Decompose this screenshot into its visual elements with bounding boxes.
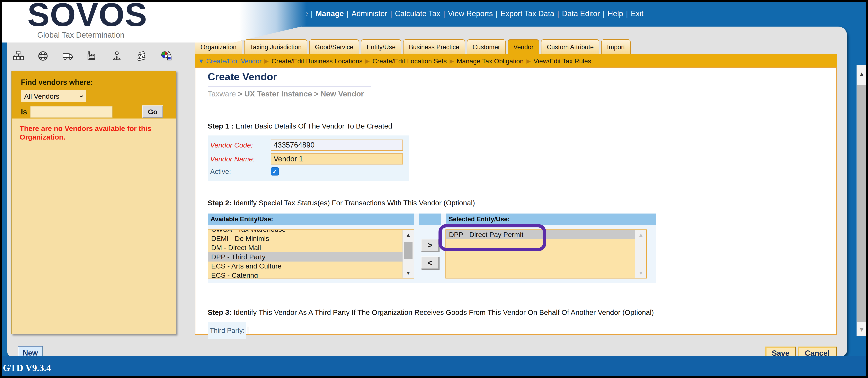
entity-use-lists: CWSA - Tax WarehouseDEMI - De MinimisDM … <box>208 230 656 278</box>
is-row: Is Go <box>21 106 167 118</box>
selected-list-scrollbar[interactable]: ▲ ▼ <box>635 230 646 278</box>
nav-item-exit[interactable]: Exit <box>631 9 644 18</box>
vendor-search-panel: Find vendors where: All Vendors › Is Go … <box>11 71 176 334</box>
find-vendors-label: Find vendors where: <box>21 78 167 87</box>
nav-item-data-editor[interactable]: Data Editor <box>562 9 600 18</box>
scroll-up-icon[interactable]: ▲ <box>636 232 646 238</box>
nav-separator: | <box>496 9 498 18</box>
step3-text: Identify This Vendor As A Third Party If… <box>234 308 654 316</box>
step2-label: Step 2: <box>208 199 231 207</box>
tab-business-practice[interactable]: Business Practice <box>403 39 465 55</box>
step1-label: Step 1 : <box>208 122 234 130</box>
active-checkbox[interactable]: ✓ <box>271 167 279 175</box>
status-bar: GTD V9.3.4 <box>2 356 866 376</box>
vendor-code-field[interactable] <box>271 140 403 150</box>
wizard-arrow-icon: ▶ <box>265 58 269 64</box>
factory-icon[interactable] <box>87 50 98 62</box>
wizard-step-create-edit-vendor[interactable]: Create/Edit Vendor <box>206 58 261 65</box>
logo-tagline: Global Tax Determination <box>37 31 124 39</box>
scrollbar-thumb[interactable] <box>404 242 412 259</box>
nav-item-administer[interactable]: Administer <box>351 9 388 18</box>
cash-register-icon[interactable] <box>136 50 147 62</box>
create-vendor-form: Create Vendor Taxware>UX Tester Instance… <box>195 67 837 335</box>
wizard-arrow-icon: ▶ <box>526 58 531 64</box>
tab-vendor[interactable]: Vendor <box>508 39 539 55</box>
selected-entity-use-list[interactable]: DPP - Direct Pay Permit ▲ ▼ <box>445 230 647 278</box>
person-icon[interactable] <box>111 50 123 62</box>
nav-separator: | <box>557 9 559 18</box>
breadcrumb-segment-ux-tester-instance[interactable]: UX Tester Instance <box>244 90 312 98</box>
vendor-filter-dropdown[interactable]: All Vendors › <box>21 90 86 102</box>
entity-use-option-dm-direct-mail[interactable]: DM - Direct Mail <box>208 243 405 252</box>
move-right-button[interactable]: > <box>421 239 439 251</box>
globe-icon[interactable] <box>37 50 49 62</box>
entity-use-option-dpp-third-party[interactable]: DPP - Third Party <box>208 252 405 262</box>
nav-item-view-reports[interactable]: View Reports <box>448 9 493 18</box>
tab-taxing-jurisdiction[interactable]: Taxing Jurisdiction <box>244 39 307 55</box>
nav-item-calculate-tax[interactable]: Calculate Tax <box>395 9 440 18</box>
nav-separator: | <box>311 9 313 18</box>
entity-use-option-ecs-arts-and-culture[interactable]: ECS - Arts and Culture <box>208 262 405 271</box>
step1-box: Vendor Code: Vendor Name: Active: ✓ <box>208 135 409 181</box>
nav-separator: | <box>347 9 349 18</box>
wizard-step-create-edit-location-sets[interactable]: Create/Edit Location Sets <box>372 58 447 65</box>
scroll-up-icon[interactable]: ▲ <box>403 232 414 238</box>
vendor-code-label: Vendor Code: <box>210 141 271 149</box>
wizard-step-create-edit-business-locations[interactable]: Create/Edit Business Locations <box>272 58 363 65</box>
tab-customer[interactable]: Customer <box>467 39 506 55</box>
wizard-caret-icon: ▼ <box>198 58 204 65</box>
nav-item-manage[interactable]: Manage <box>315 9 344 18</box>
custom-attribute-icon[interactable] <box>160 50 172 62</box>
step3-heading: Step 3:Identify This Vendor As A Third P… <box>208 308 836 316</box>
step2-heading: Step 2:Identify Special Tax Status(es) F… <box>208 199 836 207</box>
top-nav-links: Home|Manage|Administer|Calculate Tax|Vie… <box>288 2 644 26</box>
page-title: Create Vendor <box>208 71 836 83</box>
tab-entity-use[interactable]: Entity/Use <box>361 39 401 55</box>
sovos-logo: SOVOS <box>27 2 147 34</box>
application-window: Home|Manage|Administer|Calculate Tax|Vie… <box>2 2 866 376</box>
available-header: Available Entity/Use: <box>208 213 414 225</box>
vendor-code-row: Vendor Code: <box>210 140 409 150</box>
step3-box: Third Party: <box>208 322 246 339</box>
breadcrumb-segment-new-vendor[interactable]: New Vendor <box>320 90 364 98</box>
scroll-down-icon[interactable]: ▼ <box>636 270 646 276</box>
entity-use-option-demi-de-minimis[interactable]: DEMI - De Minimis <box>208 234 405 243</box>
org-chart-icon[interactable] <box>13 50 24 62</box>
go-button[interactable]: Go <box>142 105 163 118</box>
wizard-step-view-edit-tax-rules[interactable]: View/Edit Tax Rules <box>533 58 591 65</box>
no-vendors-message: There are no Vendors available for this … <box>20 124 168 141</box>
available-list-scrollbar[interactable]: ▲ ▼ <box>402 230 414 278</box>
scroll-up-icon[interactable]: ▲ <box>857 71 866 77</box>
nav-item-export-tax-data[interactable]: Export Tax Data <box>500 9 554 18</box>
entity-use-option-cwsa-tax-warehouse[interactable]: CWSA - Tax Warehouse <box>208 230 405 234</box>
third-party-checkbox[interactable] <box>248 327 248 335</box>
entity-use-headers: Available Entity/Use: Selected Entity/Us… <box>208 213 656 225</box>
available-entity-use-list[interactable]: CWSA - Tax WarehouseDEMI - De MinimisDM … <box>208 230 414 278</box>
vendor-search-form: Find vendors where: All Vendors › Is Go <box>12 71 176 118</box>
nav-separator: | <box>626 9 628 18</box>
scrollbar-thumb[interactable] <box>857 85 866 322</box>
entity-use-option-ecs-catering[interactable]: ECS - Catering <box>208 271 405 278</box>
nav-item-help[interactable]: Help <box>608 9 623 18</box>
wizard-breadcrumb-bar: ▼Create/Edit Vendor▶Create/Edit Business… <box>195 54 837 68</box>
step3-label: Step 3: <box>208 308 231 316</box>
step1-text: Enter Basic Details Of The Vendor To Be … <box>236 122 392 130</box>
page-scrollbar[interactable]: ▲ ▼ <box>857 65 866 336</box>
vendor-search-input[interactable] <box>30 106 113 118</box>
entity-use-option-dpp-direct-pay-permit[interactable]: DPP - Direct Pay Permit <box>446 230 638 239</box>
tab-good-service[interactable]: Good/Service <box>309 39 359 55</box>
scroll-down-icon[interactable]: ▼ <box>403 270 414 276</box>
active-label: Active: <box>210 168 271 175</box>
breadcrumb-segment-taxware[interactable]: Taxware <box>208 90 236 98</box>
move-left-button[interactable]: < <box>421 256 439 269</box>
transfer-buttons: > < <box>414 230 445 278</box>
tab-custom-attribute[interactable]: Custom Attribute <box>541 39 599 55</box>
truck-icon[interactable] <box>62 50 73 62</box>
scroll-down-icon[interactable]: ▼ <box>857 327 866 333</box>
vendor-name-field[interactable] <box>271 153 403 165</box>
tab-import[interactable]: Import <box>601 39 631 55</box>
title-rule <box>208 85 371 87</box>
vendor-filter-value: All Vendors <box>24 92 59 100</box>
sidebar-toolbar <box>13 50 172 62</box>
wizard-step-manage-tax-obligation[interactable]: Manage Tax Obligation <box>457 58 524 65</box>
